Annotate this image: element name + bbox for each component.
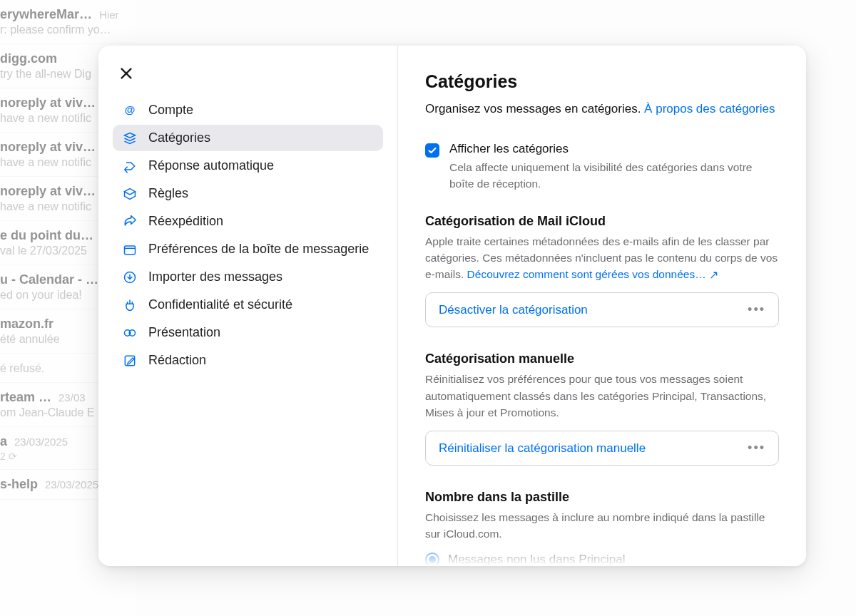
sidebar-item-label: Catégories xyxy=(148,130,210,145)
sidebar-item-account[interactable]: @Compte xyxy=(113,97,383,123)
sidebar-item-appearance[interactable]: Présentation xyxy=(113,319,383,346)
settings-modal: @CompteCatégoriesRéponse automatiqueRègl… xyxy=(98,46,806,566)
autoreply-icon xyxy=(123,159,137,173)
reset-manual-label: Réinitialiser la catégorisation manuelle xyxy=(439,441,646,456)
categories-icon xyxy=(123,131,137,145)
show-categories-checkbox[interactable] xyxy=(425,143,439,158)
check-icon xyxy=(427,145,437,155)
about-categories-link[interactable]: À propos des catégories xyxy=(644,102,775,115)
sidebar-item-rules[interactable]: Règles xyxy=(113,180,383,207)
sidebar-item-composing[interactable]: Rédaction xyxy=(113,347,383,374)
external-link-icon: ↗ xyxy=(709,267,718,283)
sidebar-item-forwarding[interactable]: Réexpédition xyxy=(113,208,383,235)
sidebar-item-label: Confidentialité et sécurité xyxy=(148,297,292,312)
close-button[interactable] xyxy=(118,66,136,83)
show-categories-desc: Cela affecte uniquement la visibilité de… xyxy=(449,159,779,192)
manual-section-desc: Réinitialisez vos préférences pour que t… xyxy=(425,371,779,421)
settings-content: Catégories Organisez vos messages en cat… xyxy=(398,46,806,566)
settings-sidebar: @CompteCatégoriesRéponse automatiqueRègl… xyxy=(98,46,398,566)
sidebar-item-label: Préférences de la boîte de messagerie xyxy=(148,242,369,257)
forwarding-icon xyxy=(123,215,137,229)
reset-manual-categorization-button[interactable]: Réinitialiser la catégorisation manuelle… xyxy=(425,431,779,466)
sidebar-item-autoreply[interactable]: Réponse automatique xyxy=(113,153,383,179)
appearance-icon xyxy=(123,326,137,340)
sidebar-item-privacy[interactable]: Confidentialité et sécurité xyxy=(113,292,383,318)
disable-categorization-label: Désactiver la catégorisation xyxy=(439,303,588,317)
composing-icon xyxy=(123,354,137,368)
import-icon xyxy=(123,270,137,284)
rules-icon xyxy=(123,187,137,201)
icloud-section-desc: Apple traite certaines métadonnées des e… xyxy=(425,233,779,283)
svg-rect-1 xyxy=(125,246,136,255)
icloud-section-title: Catégorisation de Mail iCloud xyxy=(425,214,779,229)
show-categories-label: Afficher les catégories xyxy=(449,142,779,156)
page-subtitle: Organisez vos messages en catégories. À … xyxy=(425,102,779,116)
learn-data-link-text: Découvrez comment sont gérées vos donnée… xyxy=(467,268,706,280)
sidebar-item-label: Réexpédition xyxy=(148,214,223,229)
sidebar-item-label: Règles xyxy=(148,186,188,201)
sidebar-item-label: Présentation xyxy=(148,325,220,340)
more-icon: ••• xyxy=(748,302,765,317)
show-categories-row: Afficher les catégories Cela affecte uni… xyxy=(425,142,779,192)
disable-categorization-button[interactable]: Désactiver la catégorisation ••• xyxy=(425,292,779,327)
sidebar-item-label: Réponse automatique xyxy=(148,158,274,173)
sidebar-item-label: Rédaction xyxy=(148,353,206,368)
account-icon: @ xyxy=(123,103,137,118)
manual-section-title: Catégorisation manuelle xyxy=(425,351,779,366)
sidebar-item-import[interactable]: Importer des messages xyxy=(113,264,383,290)
svg-text:@: @ xyxy=(125,103,136,115)
page-title: Catégories xyxy=(425,71,779,92)
badge-section-title: Nombre dans la pastille xyxy=(425,490,779,505)
close-icon xyxy=(118,66,134,81)
content-fade xyxy=(398,538,806,566)
more-icon: ••• xyxy=(748,441,765,456)
page-subtitle-text: Organisez vos messages en catégories. xyxy=(425,102,644,115)
sidebar-item-categories[interactable]: Catégories xyxy=(113,125,383,151)
learn-data-handling-link[interactable]: Découvrez comment sont gérées vos donnée… xyxy=(467,268,718,280)
sidebar-item-label: Compte xyxy=(148,103,193,118)
sidebar-item-mailbox[interactable]: Préférences de la boîte de messagerie xyxy=(113,236,383,262)
mailbox-icon xyxy=(123,242,137,257)
sidebar-item-label: Importer des messages xyxy=(148,270,282,284)
privacy-icon xyxy=(123,298,137,312)
